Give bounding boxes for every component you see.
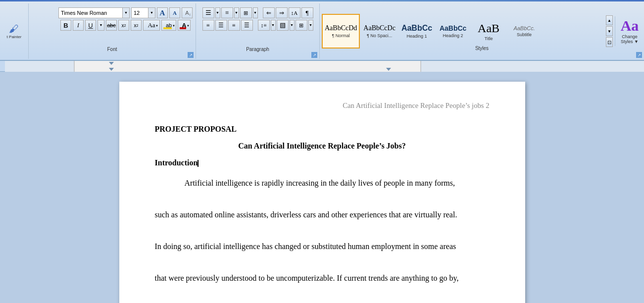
style-title-label: Title xyxy=(485,36,493,41)
bullet-list-button[interactable]: ☰ xyxy=(202,7,214,18)
font-size-dropdown[interactable]: ▼ xyxy=(131,7,155,18)
style-heading2-label: Heading 2 xyxy=(443,33,463,38)
project-proposal-title[interactable]: PROJECT PROPOSAL xyxy=(155,125,490,134)
style-heading1-preview: AaBbCc xyxy=(401,24,432,33)
line-spacing-button[interactable]: ↕≡ xyxy=(258,20,270,31)
align-right-button[interactable]: ≡ xyxy=(228,20,240,31)
document: Can Artificial Intelligence Replace Peop… xyxy=(119,82,525,303)
font-style-button[interactable]: Aa ▼ xyxy=(143,20,160,31)
format-painter-button[interactable]: 🖌 t Painter xyxy=(7,23,22,39)
increase-indent-button[interactable]: ⇒ xyxy=(276,7,288,18)
style-normal-label: ¶ Normal xyxy=(332,33,349,38)
style-subtitle-preview: AaBbCc. xyxy=(513,25,535,31)
style-heading1-label: Heading 1 xyxy=(406,34,427,39)
font-section-label: Font xyxy=(29,47,196,52)
highlight-arrow[interactable]: ▼ xyxy=(172,20,176,31)
numbered-list-arrow[interactable]: ▼ xyxy=(234,7,239,18)
sort-button[interactable]: ↕A xyxy=(289,7,300,18)
style-no-spacing-label: ¶ No Spaci... xyxy=(367,33,392,38)
font-name-dropdown[interactable]: ▼ xyxy=(58,7,130,18)
styles-scroll-down[interactable]: ▼ xyxy=(606,26,613,36)
change-styles-button[interactable]: Aa ChangeStyles ▼ xyxy=(615,16,642,46)
document-area: Can Artificial Intelligence Replace Peop… xyxy=(0,72,644,303)
style-no-spacing-preview: AaBbCcDc xyxy=(363,24,396,32)
paragraph-section-expand[interactable]: ↗ xyxy=(311,52,317,58)
document-header: Can Artificial Intelligence Replace Peop… xyxy=(155,101,490,110)
border-button[interactable]: ⊞ xyxy=(296,20,307,31)
decrease-indent-button[interactable]: ⇐ xyxy=(263,7,275,18)
style-heading2-preview: AaBbCc xyxy=(440,24,466,32)
styles-section-label: Styles xyxy=(475,46,489,51)
bold-button[interactable]: B xyxy=(60,20,71,31)
superscript-button[interactable]: x2 xyxy=(131,20,142,31)
strikethrough-button[interactable]: abc xyxy=(106,20,117,31)
font-name-input[interactable] xyxy=(58,7,123,18)
shrink-font-button[interactable]: A xyxy=(169,7,180,18)
introduction-heading[interactable]: Introduction xyxy=(155,158,490,167)
svg-rect-1 xyxy=(74,61,421,72)
format-painter-label: t Painter xyxy=(7,35,22,39)
paragraph-section: ☰ ▼ ≡ ▼ ⊞ ▼ ⇐ ⇒ ↕A ¶ ≡ ☰ ≡ ☰ ↕≡ ▼ ▧ ▼ ⊞ … xyxy=(196,3,320,59)
highlight-button[interactable]: ab ▼ xyxy=(161,20,176,31)
ruler-svg xyxy=(5,61,644,72)
underline-dropdown[interactable]: ▼ xyxy=(98,20,104,31)
multilevel-list-button[interactable]: ⊞ xyxy=(240,7,252,18)
font-section-expand[interactable]: ↗ xyxy=(188,52,194,58)
styles-scroll-up[interactable]: ▲ xyxy=(606,15,613,25)
style-normal-preview: AaBbCcDd xyxy=(325,24,357,32)
change-styles-label: ChangeStyles ▼ xyxy=(621,34,639,44)
styles-section-expand[interactable]: ↗ xyxy=(636,52,642,58)
ribbon: 🖌 t Painter ▼ ▼ A A Ai B I U xyxy=(0,1,644,61)
font-section: ▼ ▼ A A Ai B I U ▼ abc x2 x2 Aa xyxy=(29,3,196,59)
clear-format-button[interactable]: Ai xyxy=(182,7,193,18)
font-name-arrow[interactable]: ▼ xyxy=(123,7,130,18)
underline-arrow[interactable]: ▼ xyxy=(98,20,104,31)
styles-section-label-row: Styles xyxy=(320,43,644,52)
font-size-input[interactable] xyxy=(131,7,149,18)
shading-button[interactable]: ▧ xyxy=(277,20,289,31)
aa-dropdown-arrow[interactable]: ▼ xyxy=(154,20,159,31)
border-arrow[interactable]: ▼ xyxy=(308,20,313,31)
subscript-button[interactable]: x2 xyxy=(118,20,129,31)
numbered-list-button[interactable]: ≡ xyxy=(221,7,233,18)
line-spacing-arrow[interactable]: ▼ xyxy=(271,20,276,31)
bullet-list-arrow[interactable]: ▼ xyxy=(215,7,220,18)
shading-arrow[interactable]: ▼ xyxy=(290,20,295,31)
styles-scroll: ▲ ▼ ⊡ xyxy=(606,15,613,47)
paragraph-section-label: Paragraph xyxy=(196,47,319,52)
multilevel-list-arrow[interactable]: ▼ xyxy=(253,7,258,18)
font-color-button[interactable]: A ▼ xyxy=(178,20,191,31)
format-painter-section: 🖌 t Painter xyxy=(0,3,29,59)
underline-button[interactable]: U xyxy=(85,20,96,31)
change-styles-icon: Aa xyxy=(621,18,639,33)
ruler xyxy=(0,61,644,72)
italic-button[interactable]: I xyxy=(73,20,84,31)
show-hide-button[interactable]: ¶ xyxy=(301,7,313,18)
style-title-preview: AaB xyxy=(478,22,499,35)
justify-button[interactable]: ☰ xyxy=(241,20,253,31)
document-paragraph[interactable]: Artificial intelligence is rapidly incre… xyxy=(155,175,490,286)
styles-section: AaBbCcDd ¶ Normal AaBbCcDc ¶ No Spaci...… xyxy=(320,3,644,59)
text-cursor xyxy=(198,160,198,167)
document-center-title: Can Artificial Intelligence Replace Peop… xyxy=(155,142,490,151)
grow-font-button[interactable]: A xyxy=(157,7,168,18)
align-left-button[interactable]: ≡ xyxy=(202,20,214,31)
format-painter-icon: 🖌 xyxy=(9,23,19,35)
font-color-arrow[interactable]: ▼ xyxy=(186,20,190,31)
style-subtitle-label: Subtitle xyxy=(517,32,532,37)
font-size-arrow[interactable]: ▼ xyxy=(149,7,155,18)
align-center-button[interactable]: ☰ xyxy=(215,20,227,31)
